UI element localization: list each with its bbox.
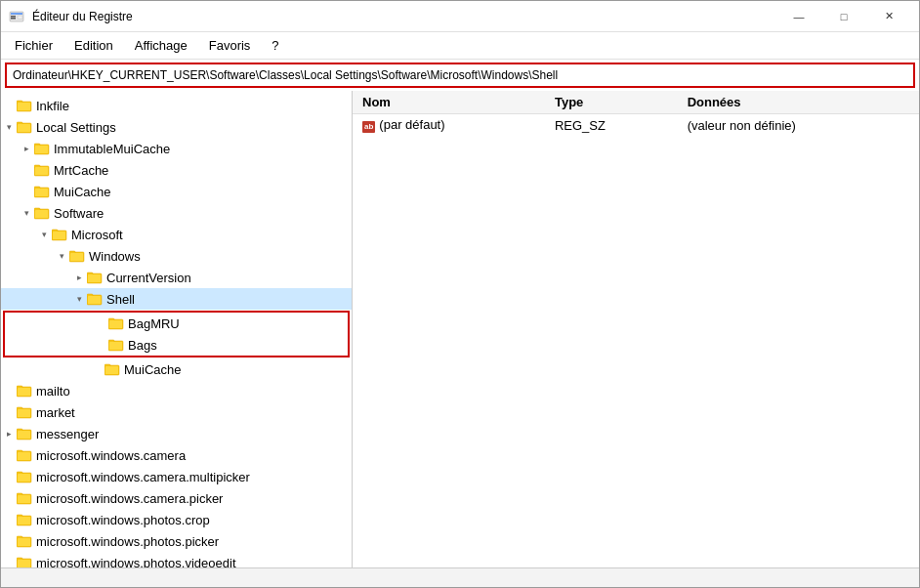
col-name: Nom — [353, 91, 545, 114]
tree-label-ms-windows-camera-picker: microsoft.windows.camera.picker — [36, 491, 223, 506]
svg-rect-34 — [88, 296, 101, 304]
addressbar[interactable]: Ordinateur\HKEY_CURRENT_USER\Software\Cl… — [5, 63, 915, 88]
tree-node-ms-windows-camera-picker[interactable]: ▸ microsoft.windows.camera.picker — [1, 487, 352, 509]
tree-node-currentversion[interactable]: ▸ CurrentVersion — [1, 267, 352, 288]
folder-icon-shell — [87, 291, 103, 307]
tree-node-shell[interactable]: ▾ Shell — [1, 288, 352, 310]
tree-node-messenger[interactable]: ▸ messenger — [1, 423, 352, 444]
svg-rect-37 — [109, 320, 122, 328]
expander-microsoft[interactable]: ▾ — [36, 227, 52, 242]
folder-icon-local-settings — [17, 119, 32, 135]
svg-rect-61 — [18, 495, 30, 503]
folder-icon-ms-windows-camera — [17, 447, 32, 463]
folder-icon-bags — [108, 337, 124, 353]
svg-rect-58 — [18, 474, 30, 482]
expander-local-settings[interactable]: ▾ — [1, 119, 17, 135]
tree-node-bags[interactable]: ▸ Bags — [5, 334, 348, 356]
menu-item-edition[interactable]: Edition — [64, 36, 123, 55]
menubar: FichierEditionAffichageFavoris? — [1, 32, 919, 60]
tree-label-bags: Bags — [128, 338, 157, 353]
menu-item-favoris[interactable]: Favoris — [199, 36, 261, 55]
registry-tree[interactable]: ▸ Inkfile▾ Local Settings▸ ImmutableMuiC… — [1, 91, 353, 567]
expander-software[interactable]: ▾ — [19, 205, 34, 221]
close-button[interactable]: ✕ — [866, 1, 911, 32]
tree-label-messenger: messenger — [36, 427, 99, 441]
svg-rect-3 — [11, 18, 16, 20]
folder-icon-ms-windows-photos-picker — [17, 533, 32, 549]
svg-rect-7 — [18, 103, 30, 110]
menu-item-?[interactable]: ? — [262, 36, 288, 55]
folder-icon-ms-windows-photos-crop — [17, 512, 32, 527]
tree-label-local-settings: Local Settings — [36, 120, 116, 135]
svg-rect-40 — [109, 342, 122, 350]
tree-node-inkfile[interactable]: ▸ Inkfile — [1, 95, 352, 116]
menu-item-affichage[interactable]: Affichage — [125, 36, 197, 55]
tree-node-ms-windows-photos-crop[interactable]: ▸ microsoft.windows.photos.crop — [1, 509, 352, 530]
titlebar: Éditeur du Registre — □ ✕ — [1, 1, 919, 32]
detail-cell-data: (valeur non définie) — [678, 114, 919, 137]
tree-node-immutablemuicache[interactable]: ▸ ImmutableMuiCache — [1, 138, 352, 159]
window-title: Éditeur du Registre — [32, 10, 776, 23]
menu-item-fichier[interactable]: Fichier — [5, 36, 63, 55]
tree-node-ms-windows-camera[interactable]: ▸ microsoft.windows.camera — [1, 444, 352, 466]
svg-rect-4 — [18, 16, 22, 20]
minimize-button[interactable]: — — [776, 1, 821, 32]
tree-node-local-settings[interactable]: ▾ Local Settings — [1, 116, 352, 138]
tree-node-software[interactable]: ▾ Software — [1, 202, 352, 224]
tree-node-microsoft[interactable]: ▾ Microsoft — [1, 224, 352, 245]
tree-label-microsoft: Microsoft — [71, 228, 123, 242]
highlight-group: ▸ BagMRU▸ Bags — [3, 311, 350, 357]
svg-rect-70 — [18, 560, 30, 567]
detail-cell-name: ab(par défaut) — [353, 114, 545, 137]
tree-label-ms-windows-photos-crop: microsoft.windows.photos.crop — [36, 513, 210, 527]
tree-label-software: Software — [54, 206, 104, 221]
folder-icon-ms-windows-camera-picker — [17, 490, 32, 506]
expander-shell[interactable]: ▾ — [71, 291, 87, 307]
svg-rect-67 — [18, 538, 30, 546]
window-controls: — □ ✕ — [776, 1, 911, 32]
expander-currentversion[interactable]: ▸ — [71, 270, 87, 285]
tree-label-immutablemuicache: ImmutableMuiCache — [54, 142, 170, 156]
tree-node-muicache2[interactable]: ▸ MuiCache — [1, 358, 352, 380]
tree-label-bagmru: BagMRU — [128, 316, 180, 331]
folder-icon-currentversion — [87, 270, 103, 285]
tree-node-ms-windows-photos-picker[interactable]: ▸ microsoft.windows.photos.picker — [1, 530, 352, 552]
tree-node-market[interactable]: ▸ market — [1, 401, 352, 423]
main-content: ▸ Inkfile▾ Local Settings▸ ImmutableMuiC… — [1, 91, 919, 567]
tree-label-inkfile: Inkfile — [36, 99, 69, 113]
folder-icon-inkfile — [17, 98, 32, 113]
tree-node-ms-windows-photos-videoedit[interactable]: ▸ microsoft.windows.photos.videoedit — [1, 552, 352, 567]
tree-node-mailto[interactable]: ▸ mailto — [1, 380, 352, 401]
tree-node-muicache[interactable]: ▸ MuiCache — [1, 181, 352, 202]
detail-row[interactable]: ab(par défaut)REG_SZ(valeur non définie) — [353, 114, 919, 137]
maximize-button[interactable]: □ — [821, 1, 866, 32]
tree-label-currentversion: CurrentVersion — [106, 271, 191, 285]
svg-rect-1 — [11, 13, 22, 15]
expander-windows[interactable]: ▾ — [54, 248, 69, 264]
folder-icon-microsoft — [52, 227, 67, 242]
address-path: Ordinateur\HKEY_CURRENT_USER\Software\Cl… — [13, 68, 558, 82]
tree-label-muicache2: MuiCache — [124, 362, 182, 377]
svg-rect-46 — [18, 388, 30, 396]
folder-icon-muicache — [34, 184, 50, 199]
detail-cell-type: REG_SZ — [545, 114, 678, 137]
folder-icon-windows — [69, 248, 85, 264]
expander-messenger[interactable]: ▸ — [1, 426, 17, 441]
tree-node-bagmru[interactable]: ▸ BagMRU — [5, 313, 348, 334]
svg-rect-22 — [35, 210, 48, 218]
detail-panel: Nom Type Données ab(par défaut)REG_SZ(va… — [353, 91, 919, 567]
svg-rect-19 — [35, 189, 48, 196]
tree-label-ms-windows-camera: microsoft.windows.camera — [36, 448, 186, 463]
expander-immutablemuicache[interactable]: ▸ — [19, 141, 34, 156]
folder-icon-market — [17, 404, 32, 420]
tree-node-mrtcache[interactable]: ▸ MrtCache — [1, 159, 352, 181]
detail-table: Nom Type Données ab(par défaut)REG_SZ(va… — [353, 91, 919, 136]
tree-label-ms-windows-photos-videoedit: microsoft.windows.photos.videoedit — [36, 556, 236, 568]
svg-rect-64 — [18, 517, 30, 525]
tree-node-ms-windows-camera-multi[interactable]: ▸ microsoft.windows.camera.multipicker — [1, 466, 352, 487]
tree-label-muicache: MuiCache — [54, 185, 111, 199]
tree-label-windows: Windows — [89, 249, 141, 264]
col-type: Type — [545, 91, 678, 114]
tree-node-windows[interactable]: ▾ Windows — [1, 245, 352, 267]
tree-label-market: market — [36, 405, 75, 420]
